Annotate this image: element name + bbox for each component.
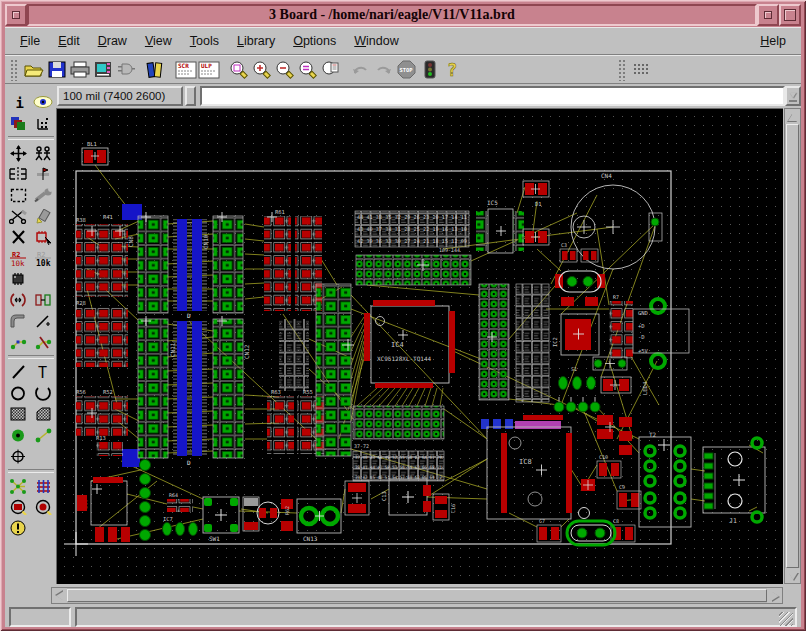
command-input[interactable]: [200, 86, 785, 106]
component-c9[interactable]: C9: [617, 484, 641, 509]
drc-tool[interactable]: [7, 497, 30, 517]
vertical-scroll-thumb[interactable]: [786, 124, 799, 568]
vertical-scrollbar[interactable]: [784, 108, 801, 584]
component-bl1[interactable]: BL1: [82, 141, 108, 165]
smash-tool[interactable]: [7, 269, 30, 289]
menu-tools[interactable]: Tools: [181, 31, 228, 51]
gateswap-tool[interactable]: [32, 290, 55, 310]
scroll-up-button[interactable]: [785, 109, 800, 124]
copy-tool[interactable]: [32, 143, 55, 163]
resize-grip[interactable]: [779, 612, 793, 626]
menu-edit[interactable]: Edit: [49, 31, 89, 51]
zoom-in-button[interactable]: [250, 58, 273, 81]
run-ulp-button[interactable]: ULP: [197, 58, 220, 81]
ripup-tool[interactable]: [32, 332, 55, 352]
pinswap-tool[interactable]: [7, 290, 30, 310]
circle-tool[interactable]: [7, 383, 30, 403]
pad-column-right-of-ic4[interactable]: [479, 284, 509, 400]
undo-button[interactable]: [349, 58, 372, 81]
rotate-tool[interactable]: [32, 164, 55, 184]
component-r64-ic7[interactable]: R64 IC7: [163, 492, 198, 536]
board-canvas[interactable]: BL1 R38 R41 R28 R56 R52: [56, 108, 783, 584]
connector-cn12[interactable]: CN12: [213, 319, 250, 458]
paste-tool[interactable]: [32, 206, 55, 226]
menu-file[interactable]: File: [11, 31, 49, 51]
zoom-redraw-button[interactable]: [319, 58, 342, 81]
add-tool[interactable]: [32, 227, 55, 247]
minimize-button[interactable]: [757, 4, 779, 26]
component-sw1[interactable]: SW1: [203, 497, 239, 542]
connector-right[interactable]: [639, 437, 691, 527]
window-menu-button[interactable]: [5, 4, 27, 26]
split-tool[interactable]: [32, 311, 55, 331]
via-tool[interactable]: [7, 425, 30, 445]
maximize-button[interactable]: [779, 4, 801, 26]
mark-tool[interactable]: [32, 113, 55, 133]
auto-route-tool[interactable]: [32, 476, 55, 496]
export-image-button[interactable]: [91, 58, 114, 81]
component-c1b[interactable]: [345, 481, 369, 515]
component-d1[interactable]: D1: [523, 181, 549, 207]
menu-options[interactable]: Options: [284, 31, 345, 51]
component-j1[interactable]: J1: [703, 438, 765, 525]
miter-tool[interactable]: [7, 311, 30, 331]
change-tool[interactable]: [32, 185, 55, 205]
grid-button[interactable]: [630, 58, 653, 81]
component-r62[interactable]: R62: [281, 499, 293, 531]
pad-grid-center-left[interactable]: [316, 284, 351, 456]
toolbar-gripper-2[interactable]: [618, 59, 627, 81]
run-script-button[interactable]: SCR: [174, 58, 197, 81]
resistor-group-r61[interactable]: R61: [264, 209, 322, 311]
blue-polygon-bottom[interactable]: [122, 449, 140, 467]
resistor-group-upper-left[interactable]: R38 R41 R28: [76, 214, 128, 367]
group-tool[interactable]: [7, 185, 30, 205]
ratsnest-tool[interactable]: [7, 476, 30, 496]
erc-tool[interactable]: [32, 497, 55, 517]
component-ic8[interactable]: IC8: [481, 415, 572, 519]
component-k1[interactable]: [581, 479, 595, 491]
library-button[interactable]: [144, 58, 167, 81]
errors-tool[interactable]: [7, 518, 30, 538]
component-ic6[interactable]: IC6: [77, 477, 130, 542]
toolbar-gripper[interactable]: [10, 59, 19, 81]
menu-library[interactable]: Library: [228, 31, 284, 51]
name-tool[interactable]: R210k: [7, 248, 30, 268]
redo-button[interactable]: [372, 58, 395, 81]
traffic-light-button[interactable]: [418, 58, 441, 81]
horizontal-scrollbar[interactable]: [51, 587, 783, 604]
signal-tool[interactable]: [32, 425, 55, 445]
zoom-out-button[interactable]: [273, 58, 296, 81]
component-t2[interactable]: T2: [597, 415, 657, 455]
show-tool[interactable]: [32, 92, 55, 112]
cut-tool[interactable]: [7, 206, 30, 226]
display-layers-tool[interactable]: [7, 113, 30, 133]
component-ic5[interactable]: IC5: [476, 199, 524, 253]
component-c7[interactable]: C7: [537, 518, 561, 542]
zoom-select-button[interactable]: [296, 58, 319, 81]
device-button[interactable]: [114, 58, 137, 81]
component-crystal-y1[interactable]: [555, 271, 605, 306]
menu-help[interactable]: Help: [751, 31, 795, 51]
menu-view[interactable]: View: [136, 31, 181, 51]
help-button[interactable]: ?: [441, 58, 464, 81]
stop-button[interactable]: STOP: [395, 58, 418, 81]
rect-tool[interactable]: [7, 404, 30, 424]
value-tool[interactable]: R210k: [32, 248, 55, 268]
open-button[interactable]: [22, 58, 45, 81]
connector-cn11[interactable]: CN11: [138, 319, 176, 458]
text-tool[interactable]: T: [32, 362, 55, 382]
scroll-left-button[interactable]: [52, 588, 67, 603]
scroll-down-button[interactable]: [785, 568, 800, 583]
scroll-right-button[interactable]: [767, 588, 782, 603]
resistor-group-r63-r55[interactable]: R63 R55: [267, 389, 324, 454]
delete-tool[interactable]: [7, 227, 30, 247]
component-c10[interactable]: C10: [597, 454, 621, 478]
resistor-group-lower-left[interactable]: R56 R52 R13: [76, 389, 128, 456]
save-button[interactable]: [45, 58, 68, 81]
menu-window[interactable]: Window: [345, 31, 407, 51]
polygon-tool[interactable]: [32, 404, 55, 424]
component-cn13[interactable]: CN13: [297, 499, 341, 542]
mirror-tool[interactable]: [7, 164, 30, 184]
horizontal-scroll-thumb[interactable]: [67, 589, 767, 602]
print-button[interactable]: [68, 58, 91, 81]
